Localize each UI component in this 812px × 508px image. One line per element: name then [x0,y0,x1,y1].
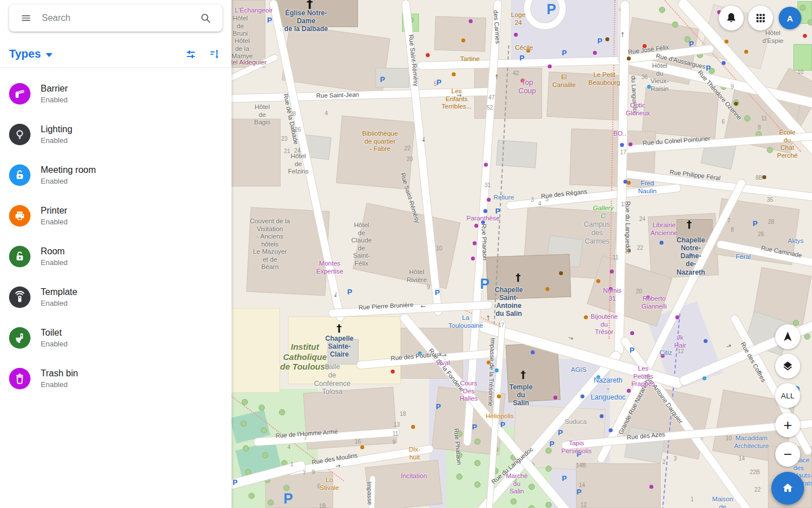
place-label: Hôtel de Felzins [288,153,308,176]
sidebar: Types BarrierEnabled LightingEnabled [0,0,232,508]
place-label: Numis 31 [603,287,622,302]
barrier-icon [9,83,30,105]
place-label: Top Coup [518,78,536,95]
compass-button[interactable] [775,324,800,349]
street-label: Rue du Languedoc [625,201,631,254]
place-label: Le Petit Beaubourg [588,71,620,86]
place-label: Bijouterie du Trésor [591,313,618,336]
layers-button[interactable] [775,354,800,379]
type-item-status: Enabled [41,218,68,226]
place-label: Tartine [460,55,480,63]
chevron-down-icon [46,53,53,57]
type-item-label: Template [41,287,77,297]
all-filter-button[interactable]: ALL [775,383,800,408]
sort-button[interactable] [207,46,222,62]
place-label: BO.. [613,130,626,138]
types-title-label: Types [9,47,41,60]
type-item-label: Room [41,246,65,256]
place-label: Féral [736,253,750,261]
home-icon [780,481,795,496]
place-label: Salle de Conférence Tolosa [314,363,351,396]
place-label: Les Enfants Terribles... [442,88,472,111]
apps-grid-button[interactable] [748,6,773,31]
trash-icon [9,368,30,389]
toilet-icon [9,327,30,349]
place-label: Suduca [565,418,587,426]
type-item-label: Toilet [41,328,62,337]
bell-icon [724,11,738,25]
place-label: Les Petites Frappes [631,365,655,388]
place-label: Cours Des Halles [460,380,478,403]
place-label: Loge 24 [511,11,526,27]
all-filter-label: ALL [781,392,794,400]
place-label: Hôtel de la Mamye [232,37,253,60]
place-label: Reliure [494,194,514,202]
lightbulb-icon [9,124,30,145]
plus-icon: + [783,418,792,432]
place-label: Fred Naulin [638,180,657,195]
place-label: Roberto Giannelli [641,295,667,310]
printer-icon [9,205,30,227]
type-item-meeting-room[interactable]: Meeting roomEnabled [0,155,232,196]
place-label: Vival [436,359,450,367]
street-label: Rue Pharaon [481,224,488,260]
tune-icon [185,48,197,60]
place-label: Macaddam Architecture [734,435,769,450]
place-label: Chapelle Sainte- Claire [325,335,353,358]
place-label: Hôtel du Vieux- Raisin [651,62,669,93]
place-label: Hôtel de Bagis [254,103,270,127]
place-label: El Canaille [552,73,576,89]
place-label: Maison de l'Avocat [711,496,734,508]
type-item-trash-bin[interactable]: Trash binEnabled [0,358,232,399]
place-label: La Toulousaine [448,314,483,329]
lock-open-icon [9,246,30,267]
type-item-room[interactable]: RoomEnabled [0,236,232,277]
type-item-status: Enabled [41,258,68,267]
type-item-status: Enabled [41,340,68,348]
place-label: Cécile [515,44,533,52]
place-label: École du Chat Perché [777,129,797,159]
place-label: Heliopolis [486,413,514,420]
type-item-barrier[interactable]: BarrierEnabled [0,73,232,114]
avatar[interactable]: A [779,7,801,29]
place-label: Dix-huit [409,446,420,461]
street-label: Impasse [366,481,373,505]
type-item-toilet[interactable]: ToiletEnabled [0,318,232,358]
type-item-label: Trash bin [41,368,78,378]
zoom-in-button[interactable]: + [775,413,800,437]
navigation-arrow-icon [781,330,794,344]
map-canvas[interactable]: Rue Saint-Jean Rue de la Dalbade Rue Sai… [232,0,812,508]
type-item-status: Enabled [41,177,68,185]
type-item-template[interactable]: TemplateEnabled [0,277,232,318]
place-label: Lo Stivale [320,476,339,492]
filter-tune-button[interactable] [183,46,199,62]
search-icon [199,12,212,24]
types-dropdown[interactable]: Types [9,47,53,60]
place-label: Chapelle Saint-Antoine du Salin [495,286,523,318]
place-label: L'Échangeoir [235,7,273,15]
place-label: Couvent de la Visitation - Anciens hôtel… [236,218,304,271]
type-item-printer[interactable]: PrinterEnabled [0,196,232,236]
place-label: Église Notre- Dame de la Dalbade [274,9,338,33]
type-item-label: Barrier [41,84,68,93]
zoom-out-button[interactable]: − [775,442,800,467]
types-list: BarrierEnabled LightingEnabled Meeting r… [0,73,232,399]
notifications-button[interactable] [719,6,744,31]
place-label: Hôtel de Bruni [233,15,248,38]
place-label: Temple du Salin [509,383,532,407]
search-bar[interactable] [9,5,222,32]
type-item-lighting[interactable]: LightingEnabled [0,114,232,155]
place-label: Aktys [788,237,804,245]
search-button[interactable] [195,8,216,28]
search-input[interactable] [42,13,190,23]
place-label: Hôtel Rivière [407,268,427,284]
lock-open-icon [9,164,30,186]
type-item-status: Enabled [41,380,68,389]
home-fab-button[interactable] [771,472,804,505]
place-label: Nazareth - Languedoc [591,376,626,401]
hamburger-icon [20,12,32,24]
place-label: Montes Expertise [316,260,343,275]
type-item-label: Lighting [41,124,72,134]
type-item-label: Printer [41,206,67,215]
hamburger-menu-button[interactable] [16,8,36,28]
